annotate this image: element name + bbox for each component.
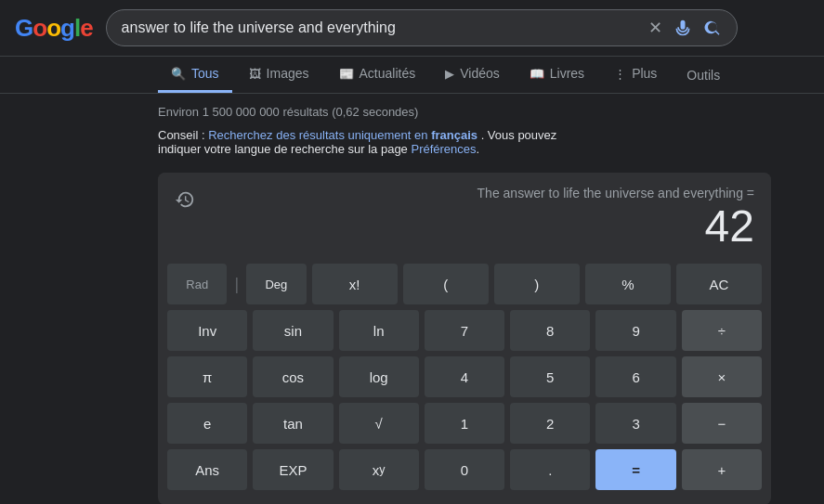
btn-7[interactable]: 7: [425, 310, 504, 351]
plus-icon: ⋮: [614, 67, 626, 81]
btn-2[interactable]: 2: [510, 403, 590, 444]
calc-row-2: Inv sin ln 7 8 9 ÷: [167, 310, 762, 351]
calc-row-4: e tan √ 1 2 3 −: [167, 403, 762, 444]
tab-images-label: Images: [267, 66, 309, 81]
btn-4[interactable]: 4: [425, 356, 504, 397]
btn-ac[interactable]: AC: [676, 264, 762, 304]
btn-rad[interactable]: Rad: [167, 264, 227, 304]
btn-minus[interactable]: −: [682, 403, 762, 444]
btn-inv[interactable]: Inv: [167, 310, 247, 351]
history-icon[interactable]: [175, 189, 195, 214]
btn-exp[interactable]: EXP: [253, 449, 333, 490]
calc-buttons: Rad | Deg x! ( ) % AC Inv sin ln 7 8 9 ÷…: [158, 256, 771, 504]
calc-expression: The answer to life the universe and ever…: [477, 186, 754, 200]
btn-9[interactable]: 9: [595, 310, 675, 351]
prefs-link[interactable]: Préférences: [411, 142, 476, 156]
btn-ln[interactable]: ln: [339, 310, 419, 351]
search-button[interactable]: [703, 19, 722, 37]
calc-display-right: The answer to life the universe and ever…: [477, 186, 754, 249]
tab-plus[interactable]: ⋮ Plus: [601, 57, 670, 93]
tab-tous-label: Tous: [191, 66, 219, 81]
btn-8[interactable]: 8: [510, 310, 590, 351]
nav-tabs: 🔍 Tous 🖼 Images 📰 Actualités ▶ Vidéos 📖 …: [0, 57, 824, 94]
calculator-widget: The answer to life the universe and ever…: [158, 173, 771, 504]
btn-plus[interactable]: +: [682, 449, 762, 490]
btn-pi[interactable]: π: [167, 356, 247, 397]
tools-button[interactable]: Outils: [674, 58, 733, 92]
btn-factorial[interactable]: x!: [312, 264, 398, 304]
btn-e[interactable]: e: [167, 403, 247, 444]
results-count: Environ 1 500 000 000 résultats (0,62 se…: [0, 94, 824, 124]
btn-deg[interactable]: Deg: [246, 264, 306, 304]
btn-divide[interactable]: ÷: [682, 310, 762, 351]
calc-row-5: Ans EXP xy 0 . = +: [167, 449, 762, 490]
google-logo: Google: [15, 14, 93, 43]
btn-log[interactable]: log: [339, 356, 419, 397]
mode-separator: |: [232, 264, 241, 304]
calc-display: The answer to life the universe and ever…: [158, 173, 771, 256]
conseil-text: Conseil : Recherchez des résultats uniqu…: [0, 124, 743, 165]
btn-open-paren[interactable]: (: [403, 264, 489, 304]
header: Google ✕: [0, 0, 824, 57]
search-input[interactable]: [122, 19, 639, 36]
tab-livres[interactable]: 📖 Livres: [517, 57, 597, 93]
tab-livres-label: Livres: [550, 66, 584, 81]
calc-row-3: π cos log 4 5 6 ×: [167, 356, 762, 397]
conseil-prefix: Conseil :: [158, 128, 208, 142]
search-bar[interactable]: ✕: [106, 9, 738, 46]
btn-power[interactable]: xy: [339, 449, 419, 490]
mic-button[interactable]: [674, 19, 692, 37]
conseil-link[interactable]: Recherchez des résultats uniquement en f…: [208, 128, 477, 142]
actualites-icon: 📰: [339, 67, 354, 81]
tab-tous[interactable]: 🔍 Tous: [158, 57, 232, 93]
btn-3[interactable]: 3: [595, 403, 675, 444]
prefs-suffix: .: [477, 142, 480, 156]
btn-ans[interactable]: Ans: [167, 449, 247, 490]
videos-icon: ▶: [445, 67, 454, 81]
btn-1[interactable]: 1: [425, 403, 504, 444]
btn-sin[interactable]: sin: [253, 310, 333, 351]
btn-cos[interactable]: cos: [253, 356, 333, 397]
tab-images[interactable]: 🖼 Images: [236, 57, 322, 93]
tab-actualites-label: Actualités: [360, 66, 416, 81]
btn-close-paren[interactable]: ): [494, 264, 580, 304]
tab-videos[interactable]: ▶ Vidéos: [432, 57, 513, 93]
btn-multiply[interactable]: ×: [682, 356, 762, 397]
btn-5[interactable]: 5: [510, 356, 590, 397]
livres-icon: 📖: [530, 67, 544, 81]
btn-dot[interactable]: .: [510, 449, 590, 490]
btn-0[interactable]: 0: [425, 449, 504, 490]
tab-actualites[interactable]: 📰 Actualités: [326, 57, 429, 93]
btn-percent[interactable]: %: [585, 264, 671, 304]
calc-result: 42: [477, 204, 754, 249]
btn-tan[interactable]: tan: [253, 403, 333, 444]
btn-sqrt[interactable]: √: [339, 403, 419, 444]
tous-icon: 🔍: [171, 67, 186, 81]
btn-6[interactable]: 6: [595, 356, 675, 397]
tab-videos-label: Vidéos: [460, 66, 500, 81]
clear-button[interactable]: ✕: [648, 18, 662, 38]
tab-plus-label: Plus: [632, 66, 657, 81]
images-icon: 🖼: [249, 67, 261, 81]
calc-row-1: Rad | Deg x! ( ) % AC: [167, 264, 762, 304]
btn-equals[interactable]: =: [595, 449, 675, 490]
